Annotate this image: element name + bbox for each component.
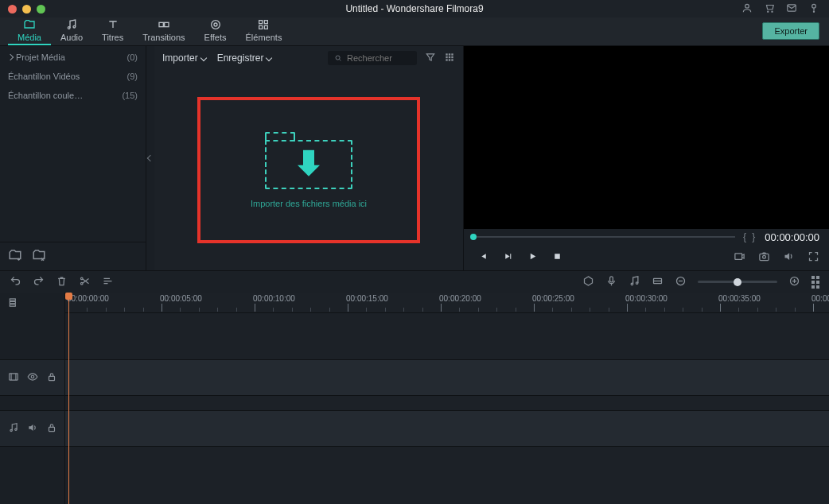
svg-rect-22 bbox=[451, 56, 453, 57]
timeline-ruler[interactable]: 00:00:00:0000:00:05:0000:00:10:0000:00:1… bbox=[65, 293, 829, 313]
svg-rect-27 bbox=[555, 254, 560, 259]
tab-elements[interactable]: Éléments bbox=[236, 18, 292, 45]
sidebar-item-count: (0) bbox=[127, 52, 138, 62]
next-frame-button[interactable] bbox=[503, 251, 513, 264]
zoom-fit-button[interactable] bbox=[811, 276, 819, 289]
tab-media[interactable]: Média bbox=[8, 18, 51, 45]
track-mute-toggle[interactable] bbox=[27, 422, 38, 436]
svg-point-16 bbox=[336, 56, 340, 60]
track-lock-toggle[interactable] bbox=[46, 371, 57, 385]
svg-point-6 bbox=[68, 27, 70, 29]
mark-in-out-icon[interactable]: { } bbox=[743, 231, 757, 242]
sidebar-item-label: Échantillon Vidéos bbox=[8, 72, 80, 81]
edit-tools-button[interactable] bbox=[102, 275, 114, 289]
tab-label: Éléments bbox=[246, 33, 282, 42]
ruler-label: 00:00:00:00 bbox=[67, 294, 109, 303]
volume-button[interactable] bbox=[783, 250, 795, 265]
cart-icon[interactable] bbox=[764, 2, 775, 16]
marker-button[interactable] bbox=[582, 275, 594, 289]
fullscreen-button[interactable] bbox=[808, 250, 819, 265]
titlebar: Untitled - Wondershare Filmora9 bbox=[0, 0, 829, 17]
account-icon[interactable] bbox=[741, 2, 753, 16]
play-button[interactable] bbox=[527, 251, 538, 264]
minimize-window-button[interactable] bbox=[22, 5, 31, 14]
sidebar-item-count: (15) bbox=[122, 91, 138, 100]
svg-rect-23 bbox=[446, 59, 447, 60]
import-dropzone[interactable]: Importer des fichiers média ici bbox=[197, 97, 420, 243]
preview-quality-button[interactable] bbox=[734, 250, 745, 265]
record-dropdown[interactable]: Enregistrer bbox=[217, 52, 272, 64]
close-window-button[interactable] bbox=[8, 5, 17, 14]
svg-rect-14 bbox=[259, 25, 263, 29]
view-grid-button[interactable] bbox=[444, 52, 455, 65]
add-folder-button[interactable] bbox=[8, 248, 22, 265]
split-button[interactable] bbox=[79, 275, 91, 289]
zoom-slider[interactable] bbox=[698, 281, 777, 283]
tab-label: Effets bbox=[204, 33, 227, 42]
sidebar-item-sample-colors[interactable]: Échantillon coule… (15) bbox=[0, 86, 146, 105]
preview-scrubber[interactable] bbox=[473, 236, 735, 238]
svg-rect-24 bbox=[449, 59, 450, 60]
sidebar-item-sample-videos[interactable]: Échantillon Vidéos (9) bbox=[0, 67, 146, 86]
render-preview-button[interactable] bbox=[652, 275, 664, 289]
svg-rect-9 bbox=[165, 22, 169, 26]
track-lock-toggle[interactable] bbox=[46, 422, 57, 436]
video-track-icon bbox=[8, 371, 19, 385]
zoom-in-button[interactable] bbox=[788, 275, 800, 289]
audio-mixer-button[interactable] bbox=[629, 275, 640, 289]
sidebar-item-project-media[interactable]: Projet Média (0) bbox=[0, 48, 146, 67]
window-title: Untitled - Wondershare Filmora9 bbox=[0, 3, 829, 14]
tab-audio[interactable]: Audio bbox=[51, 18, 92, 45]
ruler-label: 00:00:10:00 bbox=[253, 294, 295, 303]
import-dropdown[interactable]: Importer bbox=[162, 52, 206, 64]
svg-point-10 bbox=[214, 23, 217, 26]
svg-rect-20 bbox=[446, 56, 447, 57]
delete-button[interactable] bbox=[56, 275, 68, 289]
preview-timecode: 00:00:00:00 bbox=[765, 231, 819, 243]
svg-point-4 bbox=[812, 4, 816, 8]
svg-point-11 bbox=[211, 21, 220, 29]
svg-point-32 bbox=[81, 282, 84, 285]
undo-button[interactable] bbox=[10, 275, 21, 289]
svg-rect-8 bbox=[159, 22, 163, 26]
manage-tracks-button[interactable] bbox=[8, 297, 19, 310]
filter-button[interactable] bbox=[425, 52, 436, 65]
notification-icon[interactable] bbox=[808, 2, 819, 16]
zoom-out-button[interactable] bbox=[675, 275, 687, 289]
tab-transitions[interactable]: Transitions bbox=[133, 18, 194, 45]
sidebar-collapse-handle[interactable] bbox=[146, 46, 154, 270]
tab-label: Média bbox=[18, 33, 41, 42]
search-icon bbox=[334, 53, 342, 63]
stop-button[interactable] bbox=[552, 251, 562, 264]
snapshot-button[interactable] bbox=[758, 250, 770, 265]
svg-rect-33 bbox=[610, 276, 613, 281]
track-visibility-toggle[interactable] bbox=[27, 371, 38, 385]
scrubber-playhead[interactable] bbox=[470, 234, 477, 240]
search-input-wrap[interactable] bbox=[328, 51, 417, 65]
svg-rect-47 bbox=[49, 427, 55, 431]
svg-rect-13 bbox=[265, 21, 268, 24]
timeline-tracks-area[interactable]: 00:00:00:0000:00:05:0000:00:10:0000:00:1… bbox=[65, 293, 829, 504]
svg-rect-12 bbox=[259, 21, 263, 24]
export-button[interactable]: Exporter bbox=[762, 22, 819, 40]
audio-track-lane[interactable] bbox=[65, 410, 829, 447]
tab-effects[interactable]: Effets bbox=[195, 18, 236, 45]
redo-button[interactable] bbox=[33, 275, 45, 289]
svg-point-0 bbox=[745, 4, 749, 8]
video-track-head bbox=[0, 359, 64, 396]
zoom-slider-thumb[interactable] bbox=[734, 278, 741, 286]
search-input[interactable] bbox=[347, 53, 411, 63]
maximize-window-button[interactable] bbox=[37, 5, 45, 14]
preview-canvas[interactable] bbox=[464, 46, 829, 229]
tab-titles[interactable]: Titres bbox=[92, 18, 133, 45]
timeline-playhead[interactable] bbox=[68, 293, 69, 504]
remove-folder-button[interactable] bbox=[32, 248, 46, 265]
prev-frame-button[interactable] bbox=[478, 251, 488, 264]
message-icon[interactable] bbox=[786, 2, 797, 16]
ruler-label: 00:00:25:00 bbox=[532, 294, 574, 303]
ruler-label: 00:00:35:00 bbox=[718, 294, 761, 303]
video-track-lane[interactable] bbox=[65, 359, 829, 396]
sidebar-item-label: Échantillon coule… bbox=[8, 91, 83, 100]
voiceover-button[interactable] bbox=[605, 275, 617, 289]
svg-point-43 bbox=[31, 375, 34, 378]
